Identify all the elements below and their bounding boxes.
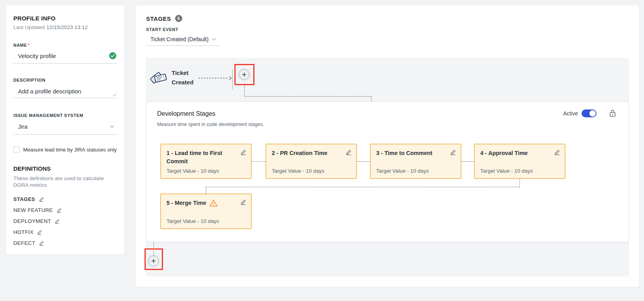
profile-info-panel: PROFILE INFO Last Updated 12/15/2023 13:…: [6, 5, 124, 254]
stage-card-4[interactable]: 4 - Approval Time Target Value - 10 days: [474, 144, 565, 179]
connector: [371, 96, 371, 101]
edit-pencil-icon[interactable]: [554, 149, 560, 155]
edit-pencil-icon[interactable]: [57, 208, 62, 213]
add-stage-button-bottom[interactable]: [148, 256, 159, 266]
name-field[interactable]: Velocity profile: [13, 50, 117, 64]
definition-item-new-feature: NEW FEATURE: [13, 207, 117, 213]
stage-title: 2 - PR Creation Time: [272, 149, 338, 157]
ims-label: ISSUE MANAGEMENT SYSTEM: [13, 113, 117, 118]
active-toggle[interactable]: [582, 109, 596, 117]
stages-panel: STAGES 5 START EVENT Ticket Created (Def…: [136, 5, 639, 287]
drop-guide-line: [232, 70, 233, 89]
connector: [520, 179, 520, 187]
check-circle-icon: [109, 52, 116, 59]
edit-pencil-icon[interactable]: [39, 197, 44, 202]
stage-card-1[interactable]: 1 - Lead time to First Commit Target Val…: [160, 144, 252, 179]
edit-pencil-icon[interactable]: [450, 149, 456, 155]
warning-icon: [209, 199, 218, 207]
start-event-label: START EVENT: [146, 27, 639, 32]
definition-item-deployment: DEPLOYMENT: [13, 218, 117, 224]
lock-icon[interactable]: [609, 109, 616, 117]
workflow-canvas: Ticket Created Development S: [146, 58, 629, 277]
resize-handle-icon[interactable]: [113, 93, 116, 97]
connector: [461, 161, 474, 162]
stages-title: STAGES: [146, 15, 171, 22]
profile-info-title: PROFILE INFO: [13, 15, 117, 22]
edit-pencil-icon[interactable]: [346, 149, 351, 155]
last-updated: Last Updated 12/15/2023 13:12: [13, 24, 117, 30]
edit-pencil-icon[interactable]: [240, 149, 246, 155]
stage-title: 3 - Time to Comment: [376, 149, 443, 157]
stage-card-2[interactable]: 2 - PR Creation Time Target Value - 10 d…: [265, 144, 357, 179]
flow-arrow-icon: [198, 75, 233, 82]
description-label: DESCRIPTION: [13, 78, 117, 82]
lead-time-checkbox-label: Measure lead time by JIRA statuses only: [23, 147, 117, 153]
stages-header: STAGES 5 START EVENT Ticket Created (Def…: [136, 5, 639, 46]
group-subtitle: Measure time spent in code development s…: [157, 122, 264, 127]
stages-count-badge: 5: [175, 15, 182, 22]
edit-pencil-icon[interactable]: [55, 219, 60, 224]
stage-target-value: Target Value - 10 days: [272, 168, 324, 174]
active-toggle-label: Active: [563, 110, 578, 117]
definition-item-stages: STAGES: [13, 196, 117, 202]
connector: [252, 161, 265, 162]
last-updated-label: Last Updated: [13, 24, 45, 30]
chevron-down-icon: [212, 38, 216, 41]
ims-value: Jira: [18, 123, 110, 130]
development-stages-group: Development Stages Measure time spent in…: [146, 101, 629, 242]
definition-item-hotfix: HOTFIX: [13, 229, 117, 235]
group-title: Development Stages: [157, 110, 216, 117]
definitions-description: These definitions are used to calculate …: [13, 175, 112, 188]
ticket-icon: [150, 68, 168, 88]
lead-time-checkbox[interactable]: [13, 146, 20, 153]
connector: [244, 85, 245, 96]
stage-title: 1 - Lead time to First Commit: [166, 149, 233, 166]
last-updated-value: 12/15/2023 13:12: [46, 24, 88, 30]
connector: [357, 161, 370, 162]
connector: [206, 187, 206, 193]
start-event-value: Ticket Created (Default): [150, 36, 209, 42]
description-placeholder: Add a profile description: [18, 88, 116, 95]
stage-title: 4 - Approval Time: [480, 149, 547, 157]
chevron-down-icon: [110, 125, 115, 128]
edit-pencil-icon[interactable]: [39, 241, 44, 246]
name-value: Velocity profile: [18, 53, 109, 59]
stage-target-value: Target Value - 10 days: [376, 168, 429, 174]
lead-time-checkbox-row: Measure lead time by JIRA statuses only: [13, 146, 117, 153]
plus-icon: [151, 259, 156, 263]
name-label: NAME*: [13, 43, 117, 47]
definitions-title: DEFINITIONS: [13, 165, 117, 172]
required-asterisk: *: [28, 43, 30, 47]
stage-title: 5 - Merge Time: [166, 199, 206, 207]
edit-pencil-icon[interactable]: [240, 199, 246, 205]
page: PROFILE INFO Last Updated 12/15/2023 13:…: [0, 0, 644, 301]
add-stage-button-top[interactable]: [239, 69, 249, 80]
connector: [244, 96, 371, 97]
ims-select[interactable]: Jira: [13, 121, 117, 135]
stage-target-value: Target Value - 10 days: [480, 168, 533, 174]
definition-item-defect: DEFECT: [13, 240, 117, 246]
description-textarea[interactable]: Add a profile description: [13, 86, 117, 98]
toggle-knob: [589, 110, 596, 117]
plus-icon: [242, 72, 247, 77]
stage-card-5[interactable]: 5 - Merge Time Target Value - 10 days: [160, 193, 252, 229]
stage-target-value: Target Value - 10 days: [166, 168, 219, 174]
connector: [206, 187, 520, 187]
stage-card-3[interactable]: 3 - Time to Comment Target Value - 10 da…: [370, 144, 461, 179]
edit-pencil-icon[interactable]: [37, 230, 42, 235]
start-event-dropdown[interactable]: Ticket Created (Default): [146, 35, 221, 46]
stage-target-value: Target Value - 10 days: [166, 218, 219, 224]
